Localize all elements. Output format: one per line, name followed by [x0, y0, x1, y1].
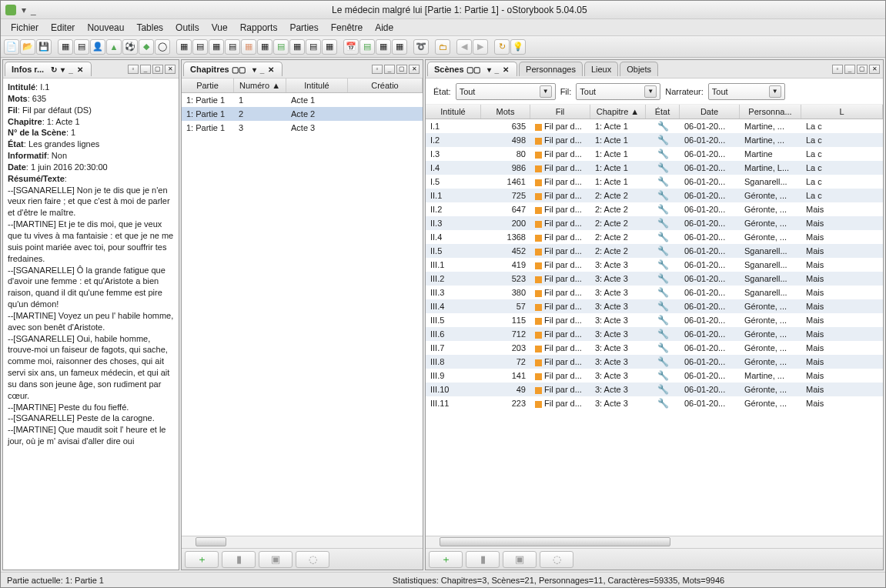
copy-button[interactable]: ▣ [503, 551, 537, 568]
opt-icon[interactable]: ▾ [486, 65, 493, 74]
min-icon[interactable]: _ [259, 65, 266, 74]
table-row[interactable]: III.5115Fil par d...3: Acte 3🔧06-01-20..… [426, 313, 883, 327]
pane-float-icon[interactable]: ▫ [372, 65, 383, 74]
tool-view1-icon[interactable]: ▦ [176, 39, 192, 55]
chap-hscroll[interactable] [182, 536, 423, 548]
table-row[interactable]: II.3200Fil par d...2: Acte 2🔧06-01-20...… [426, 216, 883, 230]
col-sc-int[interactable]: Intitulé [426, 105, 481, 119]
table-row[interactable]: I.1635Fil par d...1: Acte 1🔧06-01-20...M… [426, 119, 883, 133]
menu-vue[interactable]: Vue [206, 20, 233, 35]
window-min-icon[interactable]: _ [31, 5, 36, 15]
col-sc-fil[interactable]: Fil [530, 105, 590, 119]
misc-button[interactable]: ◌ [540, 551, 573, 568]
tool-strand-icon[interactable]: ◯ [155, 39, 170, 55]
copy-button[interactable]: ▣ [259, 551, 293, 568]
col-intitule[interactable]: Intitulé [286, 79, 348, 92]
tool-view4-icon[interactable]: ▤ [225, 39, 240, 55]
menu-aide[interactable]: Aide [369, 20, 399, 35]
pane-max-icon[interactable]: ▢ [152, 65, 163, 74]
menu-outils[interactable]: Outils [170, 20, 205, 35]
table-row[interactable]: III.1049Fil par d...3: Acte 3🔧06-01-20..… [426, 383, 883, 396]
tool-doc1-icon[interactable]: ▦ [58, 39, 73, 55]
tool-object-icon[interactable]: ⚽ [122, 39, 138, 55]
tool-spiral-icon[interactable]: ➰ [413, 39, 429, 55]
table-row[interactable]: 1: Partie 12Acte 2 [182, 107, 423, 121]
tool-view7-icon[interactable]: ▤ [273, 39, 289, 55]
pane-close-icon[interactable]: ✕ [165, 65, 176, 74]
menu-fichier[interactable]: Fichier [5, 20, 44, 35]
min-icon[interactable]: _ [493, 65, 501, 74]
table-row[interactable]: 1: Partie 13Acte 3 [182, 121, 423, 135]
tool-tag-icon[interactable]: ◆ [139, 39, 154, 55]
col-creation[interactable]: Créatio [348, 79, 423, 92]
tool-fwd-icon[interactable]: ▶ [473, 39, 488, 55]
opt-icon[interactable]: ▾ [251, 65, 258, 74]
pane-float-icon[interactable]: ▫ [832, 65, 843, 74]
table-row[interactable]: III.1419Fil par d...3: Acte 3🔧06-01-20..… [426, 258, 883, 272]
col-partie[interactable]: Partie [182, 79, 234, 92]
tool-calendar-icon[interactable]: 📅 [343, 39, 359, 55]
misc-button[interactable]: ◌ [296, 551, 329, 568]
delete-button[interactable]: ▮ [222, 551, 256, 568]
pane-close-icon[interactable]: ✕ [869, 65, 880, 74]
tool-view6-icon[interactable]: ▦ [257, 39, 272, 55]
close-icon[interactable]: ✕ [75, 65, 85, 74]
pane-float-icon[interactable]: ▫ [128, 65, 139, 74]
menu-rapports[interactable]: Rapports [235, 20, 283, 35]
tab-lieux[interactable]: Lieux [584, 62, 618, 76]
tab-objets[interactable]: Objets [620, 62, 658, 76]
table-row[interactable]: II.41368Fil par d...2: Acte 2🔧06-01-20..… [426, 230, 883, 244]
tool-view5-icon[interactable]: ▦ [241, 39, 256, 55]
tool-back-icon[interactable]: ◀ [456, 39, 472, 55]
tool-open-icon[interactable]: 📂 [20, 39, 35, 55]
info-content[interactable]: Intitulé: I.1 Mots: 635 Fil: Fil par déf… [3, 79, 179, 570]
menu-editer[interactable]: Editer [45, 20, 80, 35]
pane-max-icon[interactable]: ▢ [857, 65, 868, 74]
filter-fil-combo[interactable]: Tout▼ [576, 83, 660, 100]
opt-icon[interactable]: ▾ [59, 65, 66, 74]
table-row[interactable]: III.9141Fil par d...3: Acte 3🔧06-01-20..… [426, 369, 883, 383]
table-row[interactable]: III.2523Fil par d...3: Acte 3🔧06-01-20..… [426, 272, 883, 286]
tool-location-icon[interactable]: ▲ [106, 39, 122, 55]
tool-grid-icon[interactable]: ▦ [392, 39, 407, 55]
refresh-icon[interactable]: ↻ [49, 65, 59, 74]
table-row[interactable]: III.11223Fil par d...3: Acte 3🔧06-01-20.… [426, 396, 883, 410]
add-button[interactable]: ＋ [429, 551, 463, 568]
tool-view10-icon[interactable]: ▦ [322, 39, 337, 55]
table-row[interactable]: III.6712Fil par d...3: Acte 3🔧06-01-20..… [426, 327, 883, 341]
table-row[interactable]: I.2498Fil par d...1: Acte 1🔧06-01-20...M… [426, 133, 883, 147]
pane-close-icon[interactable]: ✕ [409, 65, 420, 74]
tool-new-icon[interactable]: 📄 [4, 39, 19, 55]
menu-tables[interactable]: Tables [131, 20, 169, 35]
tool-view9-icon[interactable]: ▤ [306, 39, 321, 55]
tab-chapitres[interactable]: Chapitres ▢▢ ▾ _ ✕ [183, 62, 283, 76]
table-row[interactable]: III.872Fil par d...3: Acte 3🔧06-01-20...… [426, 355, 883, 369]
col-numero[interactable]: Numéro ▲ [234, 79, 286, 92]
window-menu-icon[interactable]: ▾ [22, 5, 26, 15]
tool-view8-icon[interactable]: ▦ [289, 39, 305, 55]
table-row[interactable]: III.457Fil par d...3: Acte 3🔧06-01-20...… [426, 299, 883, 313]
pane-min-icon[interactable]: _ [140, 65, 151, 74]
pane-min-icon[interactable]: _ [844, 65, 855, 74]
close-icon[interactable]: ✕ [266, 65, 276, 74]
table-row[interactable]: III.3380Fil par d...3: Acte 3🔧06-01-20..… [426, 286, 883, 299]
table-row[interactable]: II.5452Fil par d...2: Acte 2🔧06-01-20...… [426, 244, 883, 258]
menu-nouveau[interactable]: Nouveau [82, 20, 129, 35]
table-row[interactable]: II.1725Fil par d...2: Acte 2🔧06-01-20...… [426, 189, 883, 202]
col-sc-pers[interactable]: Personna... [740, 105, 801, 119]
tool-person-icon[interactable]: 👤 [90, 39, 105, 55]
filter-narr-combo[interactable]: Tout▼ [708, 83, 785, 100]
tool-folder-icon[interactable]: 🗀 [435, 39, 450, 55]
close-icon[interactable]: ✕ [501, 65, 510, 74]
tab-infos[interactable]: Infos r... ↻ ▾ _ ✕ [5, 62, 92, 76]
tool-save-icon[interactable]: 💾 [36, 39, 52, 55]
col-sc-mots[interactable]: Mots [481, 105, 530, 119]
col-sc-lieu[interactable]: L [801, 105, 883, 119]
scene-hscroll[interactable] [426, 536, 883, 548]
pane-min-icon[interactable]: _ [384, 65, 395, 74]
table-row[interactable]: III.7203Fil par d...3: Acte 3🔧06-01-20..… [426, 341, 883, 355]
tool-view2-icon[interactable]: ▤ [192, 39, 208, 55]
tab-personnages[interactable]: Personnages [519, 62, 583, 76]
table-row[interactable]: 1: Partie 11Acte 1 [182, 93, 423, 107]
table-row[interactable]: I.380Fil par d...1: Acte 1🔧06-01-20...Ma… [426, 147, 883, 161]
